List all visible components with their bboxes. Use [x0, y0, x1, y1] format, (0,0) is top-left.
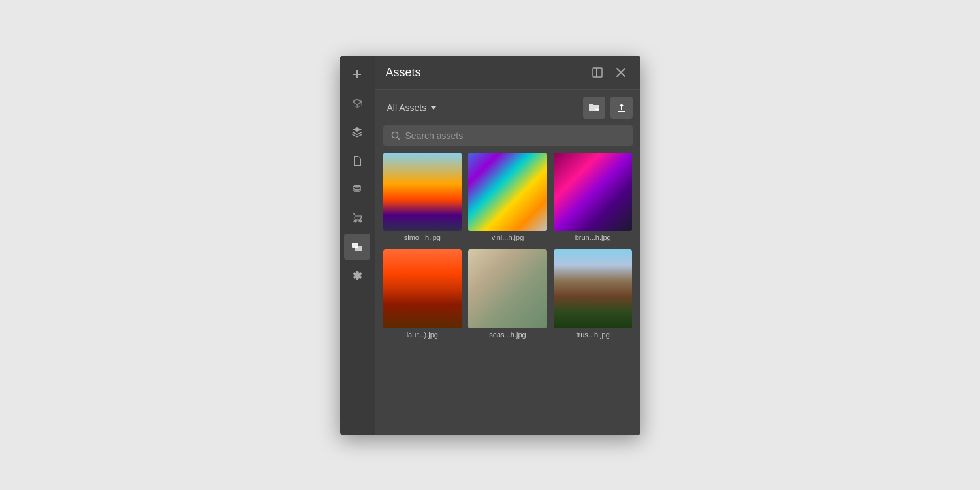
- asset-item-1[interactable]: simo...h.jpg: [383, 153, 462, 243]
- svg-rect-7: [593, 68, 602, 77]
- database-icon: [351, 183, 363, 195]
- asset-label-4: laur...).jpg: [383, 328, 462, 340]
- filter-label: All Assets: [387, 102, 427, 113]
- assets-grid-container[interactable]: simo...h.jpg vini...h.jpg brun...h.jpg l…: [375, 153, 640, 435]
- asset-item-3[interactable]: brun...h.jpg: [554, 153, 633, 243]
- svg-point-4: [360, 220, 361, 221]
- asset-label-2: vini...h.jpg: [468, 231, 547, 243]
- asset-thumbnail-6: [554, 249, 633, 328]
- sidebar-item-layers[interactable]: [344, 119, 370, 145]
- chevron-down-icon: [430, 106, 437, 110]
- svg-rect-8: [596, 68, 597, 77]
- app-container: Assets All Assets: [340, 56, 640, 435]
- asset-thumbnail-1: [383, 153, 462, 232]
- sidebar-item-settings[interactable]: [344, 262, 370, 288]
- asset-thumbnail-2: [468, 153, 547, 232]
- asset-label-1: simo...h.jpg: [383, 231, 462, 243]
- filter-dropdown[interactable]: All Assets: [383, 100, 441, 115]
- add-folder-icon: [588, 102, 600, 113]
- svg-rect-1: [353, 74, 361, 75]
- upload-icon: [616, 102, 627, 113]
- gear-icon: [351, 269, 363, 281]
- search-icon: [391, 131, 400, 140]
- svg-rect-11: [618, 111, 625, 112]
- asset-label-3: brun...h.jpg: [554, 231, 633, 243]
- upload-button[interactable]: [610, 97, 633, 119]
- search-input[interactable]: [405, 130, 625, 141]
- close-panel-button[interactable]: [612, 63, 630, 82]
- panel-title: Assets: [386, 66, 588, 80]
- add-folder-button[interactable]: [583, 97, 605, 119]
- svg-point-3: [355, 220, 356, 221]
- page-icon: [351, 155, 363, 166]
- cart-icon: [351, 212, 363, 224]
- cube-icon: [351, 97, 363, 109]
- asset-thumbnail-5: [468, 249, 547, 328]
- asset-label-5: seas...h.jpg: [468, 328, 547, 340]
- sidebar-item-pages[interactable]: [344, 147, 370, 174]
- asset-thumbnail-4: [383, 249, 462, 328]
- sidebar-item-add[interactable]: [344, 61, 370, 87]
- header-actions: [588, 63, 630, 82]
- asset-item-4[interactable]: laur...).jpg: [383, 249, 462, 340]
- sidebar-item-objects[interactable]: [344, 90, 370, 116]
- expand-panel-button[interactable]: [588, 63, 607, 82]
- layers-icon: [351, 126, 363, 138]
- gallery-icon: [351, 241, 363, 253]
- main-panel: Assets All Assets: [375, 56, 640, 435]
- panel-header: Assets: [375, 56, 640, 90]
- sidebar: [340, 56, 375, 435]
- svg-point-2: [353, 185, 361, 187]
- asset-label-6: trus...h.jpg: [554, 328, 633, 340]
- asset-item-2[interactable]: vini...h.jpg: [468, 153, 547, 243]
- sidebar-item-commerce[interactable]: [344, 205, 370, 231]
- asset-item-6[interactable]: trus...h.jpg: [554, 249, 633, 340]
- asset-thumbnail-3: [554, 153, 633, 232]
- assets-grid: simo...h.jpg vini...h.jpg brun...h.jpg l…: [383, 153, 633, 340]
- sidebar-item-assets[interactable]: [344, 234, 370, 260]
- svg-rect-10: [595, 109, 599, 110]
- sidebar-item-data[interactable]: [344, 176, 370, 202]
- asset-item-5[interactable]: seas...h.jpg: [468, 249, 547, 340]
- search-bar: [375, 125, 640, 153]
- svg-rect-6: [355, 246, 362, 251]
- plus-icon: [351, 69, 363, 80]
- toolbar: All Assets: [375, 90, 640, 125]
- search-input-wrapper: [383, 125, 633, 146]
